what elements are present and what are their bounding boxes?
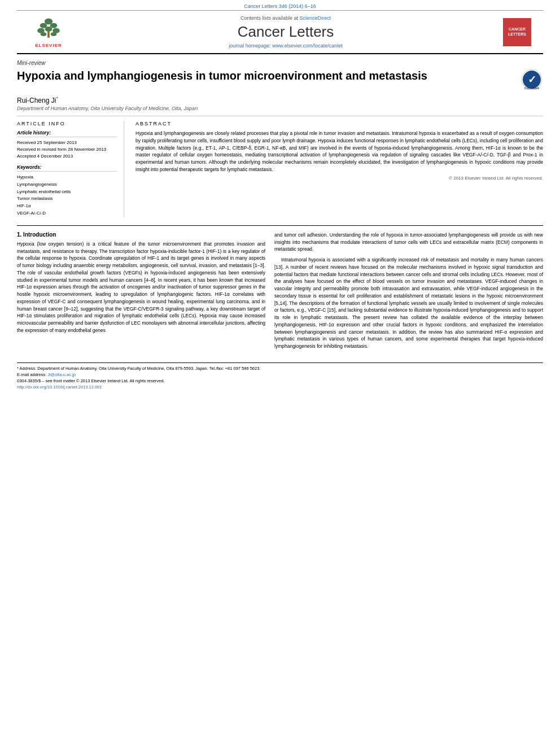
keyword-hif1a: HIF-1α [17, 203, 117, 210]
sciencedirect-link[interactable]: ScienceDirect [300, 15, 331, 21]
journal-header: ELSEVIER Contents lists available at Sci… [17, 10, 543, 54]
author-superscript: * [56, 95, 58, 101]
abstract-paragraph: Hypoxia and lymphangiogenesis are closel… [135, 130, 543, 173]
badge-label: CANCERLETTERS [508, 27, 526, 37]
footer: * Address: Department of Human Anatomy, … [17, 362, 543, 390]
page: Cancer Letters 346 (2014) 6–16 ELSEVIER [0, 0, 560, 747]
introduction-text-left: Hypoxia (low oxygen tension) is a critic… [17, 241, 265, 334]
keyword-lec: Lymphatic endothelial cells [17, 189, 117, 196]
svg-point-4 [45, 27, 53, 32]
svg-point-8 [51, 32, 57, 36]
svg-point-7 [41, 32, 47, 36]
article-title: Hypoxia and lymphangiogenesis in tumor m… [17, 68, 515, 83]
article-info-column: ARTICLE INFO Article history: Received 2… [17, 121, 124, 217]
received-date: Received 25 September 2013 [17, 139, 117, 146]
article-body: Mini-review Hypoxia and lymphangiogenesi… [17, 54, 543, 353]
journal-homepage: journal homepage: www.elsevier.com/locat… [71, 43, 500, 49]
abstract-header: ABSTRACT [135, 121, 543, 126]
doi-line[interactable]: http://dx.doi.org/10.1016/j.canlet.2013.… [17, 385, 543, 390]
main-right-column: and tumor cell adhesion. Understanding t… [274, 231, 543, 353]
svg-point-1 [40, 23, 47, 28]
keyword-tumor-metastasis: Tumor metastasis [17, 195, 117, 203]
keywords-list: Hypoxia Lymphangiogenesis Lymphatic endo… [17, 174, 117, 217]
article-title-block: Hypoxia and lymphangiogenesis in tumor m… [17, 68, 543, 95]
received-revised-date: Received in revised form 28 November 201… [17, 146, 117, 153]
keywords-label: Keywords: [17, 164, 117, 172]
abstract-text: Hypoxia and lymphangiogenesis are closel… [135, 130, 543, 173]
keyword-hypoxia: Hypoxia [17, 174, 117, 181]
intro-paragraph-3: Intratumoral hypoxia is associated with … [274, 256, 543, 350]
article-info-header: ARTICLE INFO [17, 121, 117, 126]
footnote-address-text: Department of Human Anatomy, Oita Univer… [37, 366, 260, 371]
keyword-lymphangiogenesis: Lymphangiogenesis [17, 181, 117, 189]
footnote-star: * Address: [17, 366, 37, 371]
intro-paragraph-1: Hypoxia (low oxygen tension) is a critic… [17, 241, 265, 334]
footnote-address: * Address: Department of Human Anatomy, … [17, 365, 543, 372]
copyright-line: © 2013 Elsevier Ireland Ltd. All rights … [135, 176, 543, 181]
intro-paragraph-2: and tumor cell adhesion. Understanding t… [274, 231, 543, 253]
sciencedirect-line: Contents lists available at ScienceDirec… [71, 15, 500, 21]
cancer-letters-badge: CANCERLETTERS [503, 18, 531, 46]
issn-line: 0304-3835/$ – see front matter © 2013 El… [17, 378, 543, 384]
email-label: E-mail address: [17, 372, 47, 377]
svg-rect-6 [47, 32, 50, 38]
keyword-vegf: VEGF-A/-C/-D [17, 210, 117, 217]
article-info-abstract-section: ARTICLE INFO Article history: Received 2… [17, 116, 543, 217]
abstract-column: ABSTRACT Hypoxia and lymphangiogenesis a… [135, 121, 543, 217]
author-affiliation: Department of Human Anatomy, Oita Univer… [17, 106, 543, 116]
footnote-email-line: E-mail address: Ji@oita-u.ac.jp [17, 372, 543, 378]
main-left-column: 1. Introduction Hypoxia (low oxygen tens… [17, 231, 265, 353]
svg-text:✓: ✓ [528, 74, 536, 85]
article-history-text: Received 25 September 2013 Received in r… [17, 139, 117, 160]
journal-logo-right: CANCERLETTERS [500, 18, 534, 46]
introduction-text-right: and tumor cell adhesion. Understanding t… [274, 231, 543, 350]
author-name: Rui-Cheng Ji* [17, 95, 543, 106]
elsevier-label: ELSEVIER [35, 43, 62, 48]
article-history-label: Article history: [17, 130, 117, 137]
email-link[interactable]: Ji@oita-u.ac.jp [47, 372, 76, 377]
journal-center-info: Contents lists available at ScienceDirec… [71, 15, 500, 49]
journal-citation-bar: Cancer Letters 346 (2014) 6–16 [0, 0, 560, 10]
main-content-section: 1. Introduction Hypoxia (low oxygen tens… [17, 225, 543, 353]
elsevier-logo: ELSEVIER [26, 16, 71, 48]
svg-point-2 [50, 23, 58, 28]
svg-text:CrossMark: CrossMark [524, 86, 539, 90]
journal-title: Cancer Letters [71, 23, 500, 41]
mini-review-label: Mini-review [17, 54, 543, 68]
elsevier-tree-icon [34, 16, 63, 42]
introduction-title: 1. Introduction [17, 231, 265, 238]
journal-citation: Cancer Letters 346 (2014) 6–16 [244, 3, 316, 9]
accepted-date: Accepted 4 December 2013 [17, 153, 117, 160]
issn-text: 0304-3835/$ – see front matter © 2013 El… [17, 378, 165, 383]
sciencedirect-prefix: Contents lists available at [240, 15, 300, 21]
crossmark-icon[interactable]: ✓ CrossMark [520, 68, 543, 91]
